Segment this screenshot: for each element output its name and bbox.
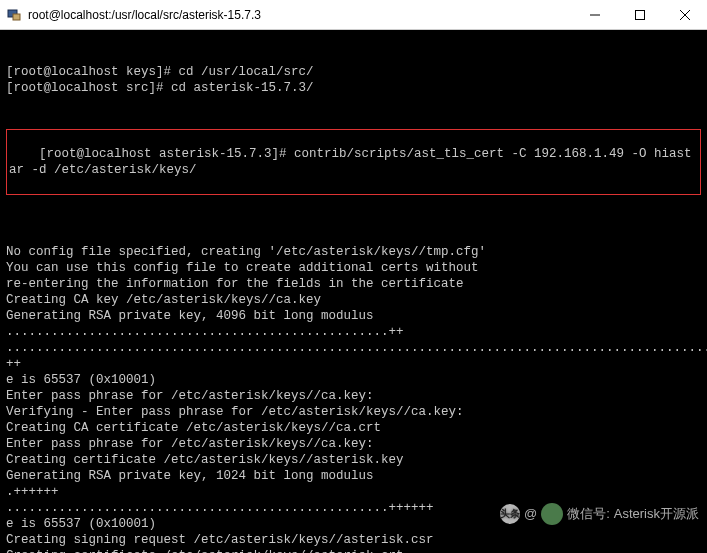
terminal-line: Generating RSA private key, 1024 bit lon…: [6, 468, 701, 484]
terminal-line: Creating certificate /etc/asterisk/keys/…: [6, 548, 701, 553]
terminal-line: Enter pass phrase for /etc/asterisk/keys…: [6, 388, 701, 404]
watermark-sep: @: [524, 506, 537, 522]
terminal-line: Creating CA key /etc/asterisk/keys//ca.k…: [6, 292, 701, 308]
terminal-line: Creating certificate /etc/asterisk/keys/…: [6, 452, 701, 468]
window-titlebar: root@localhost:/usr/local/src/asterisk-1…: [0, 0, 707, 30]
minimize-button[interactable]: [572, 0, 617, 29]
terminal-line: Verifying - Enter pass phrase for /etc/a…: [6, 404, 701, 420]
terminal-line: No config file specified, creating '/etc…: [6, 244, 701, 260]
terminal-line: e is 65537 (0x10001): [6, 372, 701, 388]
command-text: [root@localhost asterisk-15.7.3]# contri…: [9, 147, 692, 177]
putty-icon: [6, 7, 22, 23]
terminal-line: [6, 228, 701, 244]
watermark-avatar: [541, 503, 563, 525]
maximize-button[interactable]: [617, 0, 662, 29]
terminal-line: Generating RSA private key, 4096 bit lon…: [6, 308, 701, 324]
terminal-line: .++++++: [6, 484, 701, 500]
terminal-line: Creating signing request /etc/asterisk/k…: [6, 532, 701, 548]
terminal-line: ........................................…: [6, 340, 701, 372]
window-controls: [572, 0, 707, 29]
watermark-wechat-label: 微信号:: [567, 506, 610, 522]
svg-rect-1: [13, 14, 20, 20]
close-button[interactable]: [662, 0, 707, 29]
terminal-line: You can use this config file to create a…: [6, 260, 701, 276]
watermark: 头条 @ 微信号: Asterisk开源派: [500, 503, 699, 525]
terminal-line: [root@localhost src]# cd asterisk-15.7.3…: [6, 80, 701, 96]
watermark-text: Asterisk开源派: [614, 506, 699, 522]
highlighted-command: [root@localhost asterisk-15.7.3]# contri…: [6, 129, 701, 195]
terminal-line: Creating CA certificate /etc/asterisk/ke…: [6, 420, 701, 436]
terminal-line: [root@localhost keys]# cd /usr/local/src…: [6, 64, 701, 80]
terminal-output-pre: [root@localhost keys]# cd /usr/local/src…: [6, 64, 701, 96]
terminal-viewport[interactable]: [root@localhost keys]# cd /usr/local/src…: [0, 30, 707, 553]
svg-rect-3: [635, 10, 644, 19]
terminal-line: ........................................…: [6, 324, 701, 340]
terminal-line: re-entering the information for the fiel…: [6, 276, 701, 292]
toutiao-icon: 头条: [500, 504, 520, 524]
window-title: root@localhost:/usr/local/src/asterisk-1…: [28, 8, 572, 22]
terminal-line: Enter pass phrase for /etc/asterisk/keys…: [6, 436, 701, 452]
